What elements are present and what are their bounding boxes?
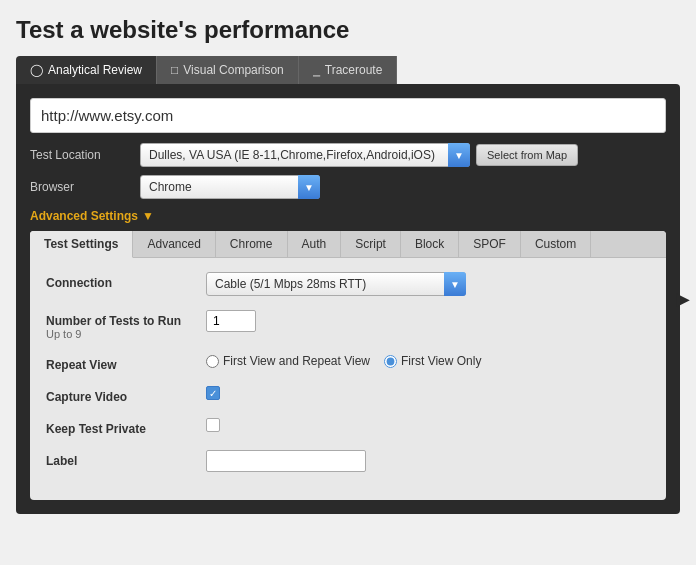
connection-label: Connection [46,272,206,290]
repeat-view-first-repeat[interactable]: First View and Repeat View [206,354,370,368]
connection-select-wrap: Cable (5/1 Mbps 28ms RTT) ▼ [206,272,466,296]
browser-select[interactable]: Chrome Firefox IE 8 [140,175,320,199]
label-label: Label [46,450,206,468]
keep-private-content [206,418,220,432]
capture-video-row: Capture Video ✓ [46,386,650,404]
top-nav-tabs: ◯ Analytical Review □ Visual Comparison … [16,56,680,84]
keep-private-row: Keep Test Private [46,418,650,436]
keep-private-label: Keep Test Private [46,418,206,436]
keep-private-checkbox[interactable] [206,418,220,432]
adv-tab-bar: Test Settings Advanced Chrome Auth Scrip… [30,231,666,258]
test-location-select[interactable]: Dulles, VA USA (IE 8-11,Chrome,Firefox,A… [140,143,470,167]
tab-analytical[interactable]: ◯ Analytical Review [16,56,157,84]
adv-tab-chrome[interactable]: Chrome [216,231,288,257]
connection-row: Connection Cable (5/1 Mbps 28ms RTT) ▼ [46,272,650,296]
capture-video-checkbox[interactable]: ✓ [206,386,220,400]
adv-tab-script[interactable]: Script [341,231,401,257]
browser-label: Browser [30,180,140,194]
select-from-map-button[interactable]: Select from Map [476,144,578,166]
test-location-label: Test Location [30,148,140,162]
label-content [206,450,366,472]
num-tests-label: Number of Tests to Run Up to 9 [46,310,206,340]
num-tests-input[interactable] [206,310,256,332]
capture-video-content: ✓ [206,386,220,400]
capture-video-label: Capture Video [46,386,206,404]
repeat-view-content: First View and Repeat View First View On… [206,354,481,368]
adv-tab-block[interactable]: Block [401,231,459,257]
main-card: Test Location Dulles, VA USA (IE 8-11,Ch… [16,84,680,514]
adv-tab-advanced[interactable]: Advanced [133,231,215,257]
advanced-settings-arrow-icon: ▼ [142,209,154,223]
advanced-panel: Test Settings Advanced Chrome Auth Scrip… [30,231,666,500]
url-input[interactable] [30,98,666,133]
test-location-select-wrap: Dulles, VA USA (IE 8-11,Chrome,Firefox,A… [140,143,470,167]
repeat-view-radio-first-repeat[interactable] [206,355,219,368]
browser-select-wrap: Chrome Firefox IE 8 ▼ [140,175,320,199]
label-input[interactable] [206,450,366,472]
repeat-view-row: Repeat View First View and Repeat View F… [46,354,650,372]
connection-select[interactable]: Cable (5/1 Mbps 28ms RTT) [206,272,466,296]
connection-content: Cable (5/1 Mbps 28ms RTT) ▼ [206,272,466,296]
chart-icon: ◯ [30,63,43,77]
repeat-view-label: Repeat View [46,354,206,372]
repeat-view-first-only[interactable]: First View Only [384,354,481,368]
page-title: Test a website's performance [16,16,680,44]
label-row: Label [46,450,650,472]
adv-tab-auth[interactable]: Auth [288,231,342,257]
num-tests-content [206,310,256,332]
repeat-view-radio-first-only[interactable] [384,355,397,368]
compare-icon: □ [171,63,178,77]
adv-tab-test-settings[interactable]: Test Settings [30,231,133,258]
tab-traceroute[interactable]: ⎯ Traceroute [299,56,398,84]
advanced-settings-label: Advanced Settings [30,209,138,223]
browser-row: Browser Chrome Firefox IE 8 ▼ [30,175,666,199]
advanced-settings-toggle[interactable]: Advanced Settings ▼ [30,209,666,223]
route-icon: ⎯ [313,63,320,77]
num-tests-row: Number of Tests to Run Up to 9 [46,310,650,340]
tab-visual[interactable]: □ Visual Comparison [157,56,299,84]
adv-tab-spof[interactable]: SPOF [459,231,521,257]
adv-tab-custom[interactable]: Custom [521,231,591,257]
test-location-row: Test Location Dulles, VA USA (IE 8-11,Ch… [30,143,666,167]
adv-content-panel: Connection Cable (5/1 Mbps 28ms RTT) ▼ N… [30,258,666,500]
